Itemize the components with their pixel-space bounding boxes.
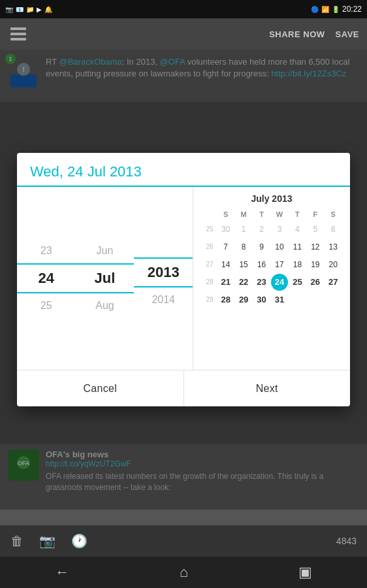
cal-header-wed: W [270, 209, 288, 220]
cal-body: 25 30 1 2 3 4 5 6 26 7 [201, 221, 342, 309]
cal-cell [307, 291, 324, 308]
cal-cell[interactable]: 23 [253, 274, 270, 291]
week-num: 25 [201, 221, 218, 238]
app-logo[interactable] [8, 24, 29, 44]
clock: 20:22 [342, 5, 362, 14]
year-above [134, 247, 193, 255]
calendar-month-title: July 2013 [201, 193, 342, 204]
svg-rect-1 [10, 27, 26, 30]
trash-icon[interactable]: 🗑 [10, 534, 24, 549]
share-now-button[interactable]: SHARE NOW [269, 29, 325, 39]
cal-cell[interactable]: 15 [235, 256, 252, 273]
toolbar-count: 4843 [336, 536, 357, 546]
cal-cell[interactable]: 12 [307, 238, 324, 255]
cal-cell[interactable]: 17 [271, 256, 288, 273]
clock-icon[interactable]: 🕐 [71, 533, 88, 549]
app-bar-actions: SHARE NOW SAVE [269, 29, 359, 39]
svg-rect-3 [10, 38, 26, 41]
cal-cell[interactable]: 19 [307, 256, 324, 273]
dialog-footer: Cancel Next [17, 370, 350, 406]
picker-body: 23 24 25 Jun Jul Aug 2013 2014 [17, 187, 350, 370]
cal-cell[interactable]: 28 [217, 291, 234, 308]
next-button[interactable]: Next [184, 370, 351, 406]
month-above: Jun [76, 241, 135, 261]
dialog-header: Wed, 24 Jul 2013 [17, 153, 350, 187]
cal-cell[interactable]: 30 [217, 221, 234, 238]
day-scroll-col[interactable]: 23 24 25 [17, 193, 76, 363]
cal-cell-selected[interactable]: 24 [271, 274, 288, 291]
cal-cell[interactable]: 8 [235, 238, 252, 255]
year-below: 2014 [134, 290, 193, 310]
cal-cell[interactable]: 21 [217, 274, 234, 291]
scroll-pickers: 23 24 25 Jun Jul Aug 2013 2014 [17, 187, 193, 370]
cal-cell[interactable]: 13 [325, 238, 342, 255]
cal-cell[interactable]: 1 [235, 221, 252, 238]
recents-button[interactable]: ▣ [298, 564, 312, 581]
cal-cell[interactable]: 2 [253, 221, 270, 238]
dialog-date-title: Wed, 24 Jul 2013 [30, 163, 337, 180]
cal-header-fri: F [306, 209, 324, 220]
week-num: 29 [201, 291, 218, 308]
cal-cell[interactable]: 9 [253, 238, 270, 255]
cal-cell[interactable]: 3 [271, 221, 288, 238]
calendar-area: July 2013 S M T W T F S [193, 187, 350, 370]
year-scroll-col[interactable]: 2013 2014 [134, 193, 193, 363]
cal-header-sun: S [217, 209, 234, 220]
cal-header-mon: M [234, 209, 252, 220]
svg-rect-2 [10, 33, 26, 35]
cal-cell[interactable]: 11 [289, 238, 306, 255]
save-button[interactable]: SAVE [336, 29, 359, 39]
month-selected: Jul [76, 263, 135, 293]
day-above: 23 [17, 241, 76, 261]
camera-icon[interactable]: 📷 [39, 533, 56, 549]
cal-header-sat: S [325, 209, 342, 220]
month-scroll-col[interactable]: Jun Jul Aug [76, 193, 135, 363]
cal-cell[interactable]: 14 [217, 256, 234, 273]
cal-cell[interactable]: 18 [289, 256, 306, 273]
cal-cell[interactable]: 4 [289, 221, 306, 238]
nav-bar: ← ⌂ ▣ [0, 557, 367, 588]
cal-cell [325, 291, 342, 308]
day-selected: 24 [17, 263, 76, 293]
cal-header-tue: T [253, 209, 270, 220]
cal-cell[interactable]: 20 [325, 256, 342, 273]
week-num-header [201, 209, 217, 220]
system-icons: 🔵 📶 🔋 20:22 [311, 5, 362, 14]
cal-header-thu: T [289, 209, 306, 220]
week-num: 26 [201, 238, 218, 255]
cal-cell[interactable]: 26 [307, 274, 324, 291]
dialog-overlay: Wed, 24 Jul 2013 23 24 25 Jun Jul Aug [0, 50, 367, 510]
cal-cell[interactable]: 30 [253, 291, 270, 308]
status-bar: 📷 📧 📁 ▶ 🔔 🔵 📶 🔋 20:22 [0, 0, 367, 18]
cal-cell [289, 291, 306, 308]
cal-header-row: S M T W T F S [201, 209, 342, 220]
cal-cell[interactable]: 10 [271, 238, 288, 255]
cal-cell[interactable]: 25 [289, 274, 306, 291]
year-selected: 2013 [134, 257, 193, 287]
cal-cell[interactable]: 31 [271, 291, 288, 308]
calendar-grid: S M T W T F S 25 30 [201, 209, 342, 309]
cal-cell[interactable]: 22 [235, 274, 252, 291]
week-num: 27 [201, 256, 218, 273]
date-picker-dialog: Wed, 24 Jul 2013 23 24 25 Jun Jul Aug [17, 153, 350, 406]
month-below: Aug [76, 296, 135, 316]
back-button[interactable]: ← [55, 564, 69, 581]
cal-cell[interactable]: 7 [217, 238, 234, 255]
cancel-button[interactable]: Cancel [17, 370, 184, 406]
day-below: 25 [17, 296, 76, 316]
cal-cell[interactable]: 29 [235, 291, 252, 308]
app-bar: SHARE NOW SAVE [0, 18, 367, 50]
home-button[interactable]: ⌂ [180, 564, 188, 581]
cal-cell[interactable]: 5 [307, 221, 324, 238]
cal-cell[interactable]: 27 [325, 274, 342, 291]
notification-icons: 📷 📧 📁 ▶ 🔔 [5, 6, 52, 13]
cal-cell[interactable]: 6 [325, 221, 342, 238]
week-num: 28 [201, 274, 218, 291]
cal-cell[interactable]: 16 [253, 256, 270, 273]
toolbar: 🗑 📷 🕐 4843 [0, 525, 367, 557]
